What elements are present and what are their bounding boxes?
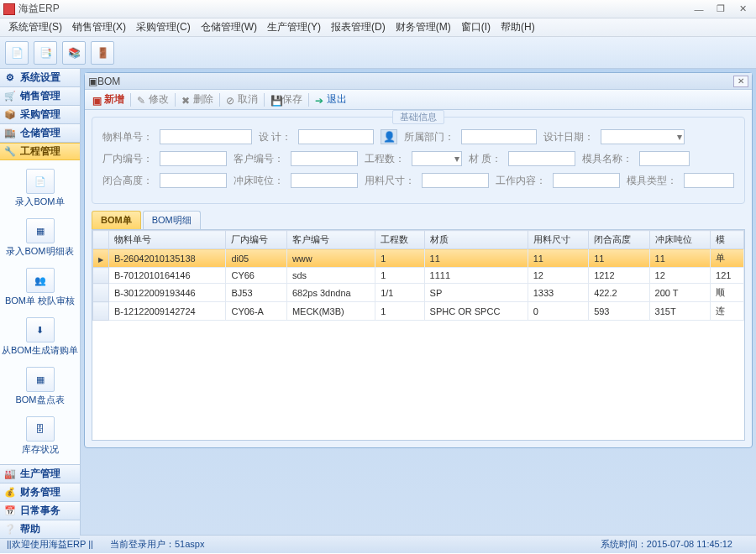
maximize-button[interactable]: ❐: [711, 3, 731, 16]
factory-icon: 🏭: [3, 468, 17, 481]
grid-header[interactable]: 客户编号: [286, 231, 375, 249]
sidebar-group-warehouse[interactable]: 🏬仓储管理: [0, 124, 80, 142]
input-inner-no[interactable]: [160, 151, 227, 166]
people-icon: 👥: [26, 268, 55, 293]
table-icon: ▦: [26, 367, 55, 392]
input-design-date[interactable]: ▾: [601, 129, 685, 144]
menu-production[interactable]: 生产管理(Y): [262, 20, 326, 34]
chevron-down-icon: ▾: [677, 131, 682, 143]
child-toolbar: ▣新增 ✎修改 ✖删除 ⊘取消 💾保存 ➔退出: [85, 90, 752, 110]
btn-exit[interactable]: ➔退出: [312, 92, 349, 107]
menu-purchase[interactable]: 采购管理(C): [131, 20, 196, 34]
close-button[interactable]: ✕: [732, 3, 753, 16]
form-icon: 📄: [26, 169, 55, 194]
input-mold-type[interactable]: [684, 173, 734, 188]
sidebar-group-finance[interactable]: 💰财务管理: [0, 483, 80, 501]
nav-enter-bom-detail[interactable]: ▦录入BOM明细表: [0, 213, 80, 263]
grid-header[interactable]: 用料尺寸: [528, 231, 588, 249]
grid-header[interactable]: 闭合高度: [589, 231, 649, 249]
child-close-button[interactable]: ✕: [733, 76, 748, 87]
toolbar-button-3[interactable]: 📚: [62, 41, 86, 65]
menu-warehouse[interactable]: 仓储管理(W): [196, 20, 262, 34]
nav-enter-bom[interactable]: 📄录入BOM单: [0, 164, 80, 213]
grid-icon: ▦: [26, 218, 55, 243]
nav-bom-review[interactable]: 👥BOM单 校队审核: [0, 263, 80, 312]
grid-header[interactable]: 物料单号: [109, 231, 226, 249]
menu-sales[interactable]: 销售管理(X): [67, 20, 131, 34]
menu-reports[interactable]: 报表管理(D): [326, 20, 391, 34]
toolbar-button-4[interactable]: 🚪: [91, 41, 114, 65]
input-eng-count[interactable]: ▾: [412, 151, 462, 166]
person-picker-icon[interactable]: 👤: [381, 129, 397, 144]
wrench-icon: 🔧: [3, 145, 17, 159]
status-time: 系统时间：2015-07-08 11:45:12: [601, 538, 732, 551]
btn-new[interactable]: ▣新增: [90, 92, 127, 107]
toolbar-button-2[interactable]: 📑: [34, 41, 57, 65]
nav-bom-to-pr[interactable]: ⬇从BOM生成请购单: [0, 312, 80, 362]
table-row[interactable]: B-26042010135138di05www111111111单: [93, 249, 744, 268]
menu-help[interactable]: 帮助(H): [496, 20, 540, 34]
sidebar-group-sales[interactable]: 🛒销售管理: [0, 87, 80, 105]
app-icon: [3, 3, 15, 15]
cancel-icon: ⊘: [226, 95, 236, 105]
child-window-bom: ▣ BOM ✕ ▣新增 ✎修改 ✖删除 ⊘取消 💾保存 ➔退出 基础信息 物料单…: [84, 72, 753, 448]
nav-stock-status[interactable]: 🗄库存状况: [0, 411, 80, 461]
input-mold-name[interactable]: [639, 151, 690, 166]
form-basic-info: 基础信息 物料单号： 设 计：👤 所属部门： 设计日期：▾ 厂内编号： 客户编号…: [92, 117, 745, 204]
grid-wrap[interactable]: 物料单号厂内编号客户编号工程数材质用料尺寸闭合高度冲床吨位模 B-2604201…: [92, 229, 745, 441]
input-close-height[interactable]: [160, 173, 227, 188]
titlebar: 海益ERP — ❐ ✕: [0, 0, 756, 18]
form-legend: 基础信息: [392, 110, 444, 124]
copy-icon: 📑: [39, 47, 52, 59]
sidebar-group-engineering[interactable]: 🔧工程管理: [0, 143, 80, 160]
nav-bom-check[interactable]: ▦BOM盘点表: [0, 362, 80, 411]
sidebar-group-daily[interactable]: 📅日常事务: [0, 502, 80, 520]
tab-bom[interactable]: BOM单: [92, 211, 141, 229]
toolbar-button-1[interactable]: 📄: [5, 41, 29, 65]
input-press-ton[interactable]: [291, 173, 358, 188]
minimize-button[interactable]: —: [689, 3, 709, 16]
grid-header[interactable]: 工程数: [375, 231, 424, 249]
sidebar-group-production[interactable]: 🏭生产管理: [0, 465, 80, 483]
input-material-no[interactable]: [160, 129, 252, 144]
bom-grid: 物料单号厂内编号客户编号工程数材质用料尺寸闭合高度冲床吨位模 B-2604201…: [92, 230, 744, 321]
menu-finance[interactable]: 财务管理(M): [391, 20, 456, 34]
delete-icon: ✖: [181, 95, 192, 105]
box-icon: 📦: [3, 108, 17, 122]
input-blank-size[interactable]: [422, 173, 489, 188]
input-cust-no[interactable]: [291, 151, 358, 166]
btn-save[interactable]: 💾保存: [268, 92, 305, 107]
tab-bom-detail[interactable]: BOM明细: [143, 211, 201, 229]
save-icon: 💾: [270, 95, 281, 105]
sidebar-group-engineering-body: 📄录入BOM单 ▦录入BOM明细表 👥BOM单 校队审核 ⬇从BOM生成请购单 …: [0, 160, 80, 464]
status-welcome: ||欢迎使用海益ERP ||: [7, 538, 93, 551]
input-dept[interactable]: [461, 129, 537, 144]
money-icon: 💰: [3, 486, 17, 499]
main-area: ▣ BOM ✕ ▣新增 ✎修改 ✖删除 ⊘取消 💾保存 ➔退出 基础信息 物料单…: [81, 69, 756, 535]
btn-cancel[interactable]: ⊘取消: [223, 92, 260, 107]
input-designer[interactable]: [298, 129, 374, 144]
input-material[interactable]: [508, 151, 575, 166]
sidebar-group-purchase[interactable]: 📦采购管理: [0, 106, 80, 123]
grid-header[interactable]: 模: [711, 231, 744, 249]
stack-icon: 📚: [68, 47, 81, 59]
table-row[interactable]: B-30122009193446BJ53682ps 3dndna1/1SP133…: [93, 284, 744, 302]
table-row[interactable]: B-12122009142724CY06-AMECK(M3B)1SPHC OR …: [93, 302, 744, 321]
status-user: 当前登录用户：51aspx: [110, 538, 204, 551]
doc-icon: 📄: [11, 47, 24, 59]
child-window-title: ▣ BOM ✕: [85, 73, 752, 90]
btn-edit[interactable]: ✎修改: [134, 92, 171, 107]
table-row[interactable]: B-7012010164146CY66sds1111112121212121: [93, 268, 744, 284]
grid-header[interactable]: 材质: [424, 231, 528, 249]
sidebar-group-help[interactable]: ❔帮助: [0, 520, 80, 538]
app-title: 海益ERP: [18, 2, 60, 16]
grid-header[interactable]: 冲床吨位: [649, 231, 710, 249]
grid-header[interactable]: 厂内编号: [226, 231, 286, 249]
menu-window[interactable]: 窗口(I): [456, 20, 496, 34]
sidebar-group-system[interactable]: ⚙系统设置: [0, 69, 80, 86]
menu-system[interactable]: 系统管理(S): [3, 20, 67, 34]
cart-icon: 🛒: [3, 90, 17, 103]
btn-delete[interactable]: ✖删除: [179, 92, 216, 107]
grid-tabs: BOM单 BOM明细: [92, 211, 745, 229]
input-work-content[interactable]: [553, 173, 620, 188]
